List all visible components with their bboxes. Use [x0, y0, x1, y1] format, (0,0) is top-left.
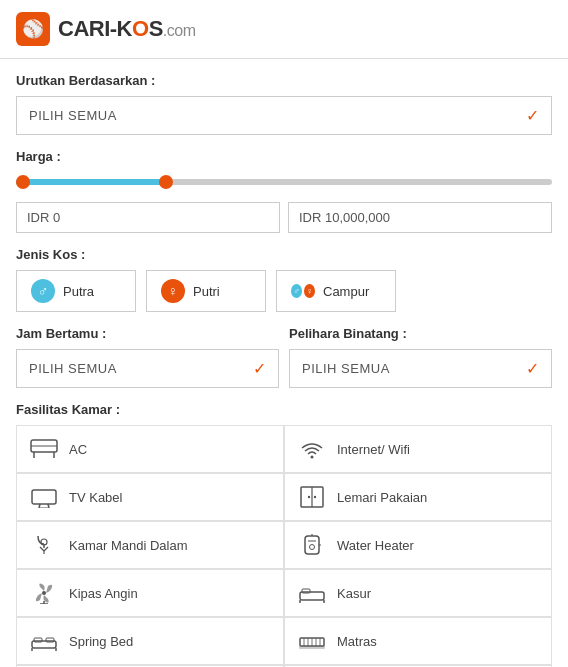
facilities-grid: AC Internet/ Wifi [16, 425, 552, 667]
tv-kabel-name: TV Kabel [69, 490, 122, 505]
svg-rect-41 [299, 646, 325, 649]
slider-thumb-right[interactable] [159, 175, 173, 189]
price-label: Harga : [16, 149, 552, 164]
logo-icon: ⚾ [16, 12, 50, 46]
price-inputs [16, 202, 552, 233]
jenis-kos-options: ♂ Putra ♀ Putri ♂ ♀ Campur [16, 270, 552, 312]
tv-icon [29, 484, 59, 510]
sort-dropdown[interactable]: PILIH SEMUA ✓ [16, 96, 552, 135]
two-col-section: Jam Bertamu : PILIH SEMUA ✓ Pelihara Bin… [16, 326, 552, 402]
pelihara-binatang-chevron-icon: ✓ [526, 359, 540, 378]
svg-rect-5 [32, 490, 56, 504]
sort-selected-value: PILIH SEMUA [29, 108, 117, 123]
slider-fill [16, 179, 166, 185]
price-section: Harga : [16, 149, 552, 233]
price-min-input[interactable] [16, 202, 280, 233]
ac-icon [29, 436, 59, 462]
putra-icon: ♂ [31, 279, 55, 303]
putri-label: Putri [193, 284, 220, 299]
fasilitas-kamar-section: Fasilitas Kamar : AC [16, 402, 552, 667]
pelihara-binatang-value: PILIH SEMUA [302, 361, 390, 376]
kasur-icon [297, 580, 327, 606]
pelihara-binatang-label: Pelihara Binatang : [289, 326, 552, 341]
campur-icon: ♂ ♀ [291, 279, 315, 303]
kasur-name: Kasur [337, 586, 371, 601]
wifi-icon [297, 436, 327, 462]
main-content: Urutkan Berdasarkan : PILIH SEMUA ✓ Harg… [0, 59, 568, 667]
lemari-icon [297, 484, 327, 510]
pelihara-binatang-dropdown[interactable]: PILIH SEMUA ✓ [289, 349, 552, 388]
logo-text: CARI-KOS.com [58, 16, 195, 42]
ac-name: AC [69, 442, 87, 457]
svg-line-7 [48, 504, 49, 508]
slider-thumb-left[interactable] [16, 175, 30, 189]
header: ⚾ CARI-KOS.com [0, 0, 568, 59]
jam-bertamu-chevron-icon: ✓ [253, 359, 267, 378]
svg-point-11 [308, 496, 310, 498]
price-slider-container[interactable] [16, 172, 552, 192]
jam-bertamu-section: Jam Bertamu : PILIH SEMUA ✓ [16, 326, 279, 388]
kamar-mandi-name: Kamar Mandi Dalam [69, 538, 188, 553]
jam-bertamu-label: Jam Bertamu : [16, 326, 279, 341]
water-heater-name: Water Heater [337, 538, 414, 553]
putri-icon: ♀ [161, 279, 185, 303]
svg-line-6 [39, 504, 40, 508]
spring-bed-icon [29, 628, 59, 654]
facility-internet-wifi[interactable]: Internet/ Wifi [284, 425, 552, 473]
campur-label: Campur [323, 284, 369, 299]
sort-label: Urutkan Berdasarkan : [16, 73, 552, 88]
kos-option-putra[interactable]: ♂ Putra [16, 270, 136, 312]
putra-label: Putra [63, 284, 94, 299]
svg-point-4 [311, 456, 314, 459]
kos-option-putri[interactable]: ♀ Putri [146, 270, 266, 312]
matras-icon [297, 628, 327, 654]
sort-section: Urutkan Berdasarkan : PILIH SEMUA ✓ [16, 73, 552, 135]
lemari-pakaian-name: Lemari Pakaian [337, 490, 427, 505]
facility-ac[interactable]: AC [16, 425, 284, 473]
spring-bed-name: Spring Bed [69, 634, 133, 649]
kos-option-campur[interactable]: ♂ ♀ Campur [276, 270, 396, 312]
facility-water-heater[interactable]: Water Heater [284, 521, 552, 569]
jam-bertamu-dropdown[interactable]: PILIH SEMUA ✓ [16, 349, 279, 388]
facility-lemari-pakaian[interactable]: Lemari Pakaian [284, 473, 552, 521]
facility-kamar-mandi[interactable]: Kamar Mandi Dalam [16, 521, 284, 569]
slider-track [16, 179, 552, 185]
fan-icon [29, 580, 59, 606]
jenis-kos-label: Jenis Kos : [16, 247, 552, 262]
price-max-input[interactable] [288, 202, 552, 233]
sort-chevron-icon: ✓ [526, 106, 540, 125]
jam-bertamu-value: PILIH SEMUA [29, 361, 117, 376]
fasilitas-kamar-label: Fasilitas Kamar : [16, 402, 552, 417]
svg-point-12 [314, 496, 316, 498]
facility-kasur[interactable]: Kasur [284, 569, 552, 617]
pelihara-binatang-section: Pelihara Binatang : PILIH SEMUA ✓ [289, 326, 552, 388]
facility-tv-kabel[interactable]: TV Kabel [16, 473, 284, 521]
facility-spring-bed[interactable]: Spring Bed [16, 617, 284, 665]
facility-kipas-angin[interactable]: Kipas Angin [16, 569, 284, 617]
jenis-kos-section: Jenis Kos : ♂ Putra ♀ Putri ♂ ♀ Campur [16, 247, 552, 312]
svg-point-23 [42, 591, 46, 595]
kipas-angin-name: Kipas Angin [69, 586, 138, 601]
facility-matras[interactable]: Matras [284, 617, 552, 665]
internet-wifi-name: Internet/ Wifi [337, 442, 410, 457]
matras-name: Matras [337, 634, 377, 649]
water-heater-icon [297, 532, 327, 558]
svg-point-20 [310, 545, 315, 550]
shower-icon [29, 532, 59, 558]
